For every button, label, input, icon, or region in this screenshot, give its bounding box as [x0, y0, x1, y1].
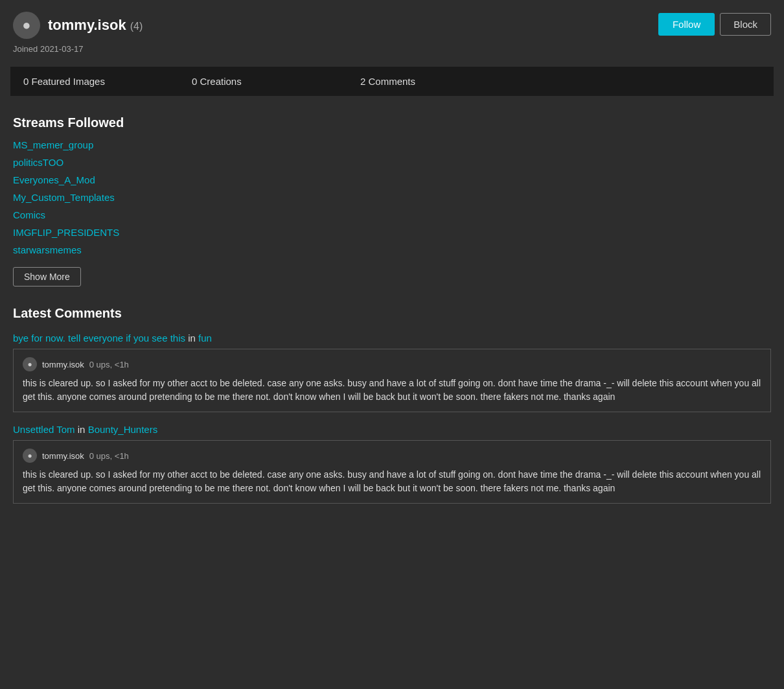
- comments-stat: 2 Comments: [360, 76, 761, 87]
- featured-images-stat: 0 Featured Images: [23, 76, 192, 87]
- comments-list: bye for now. tell everyone if you see th…: [13, 333, 771, 504]
- follow-button[interactable]: Follow: [658, 13, 715, 36]
- comment-body: this is cleared up. so I asked for my ot…: [23, 377, 761, 404]
- user-icon: ●: [27, 360, 32, 369]
- comment-post-link[interactable]: Unsettled Tom: [13, 424, 75, 435]
- comments-title: Latest Comments: [13, 306, 771, 321]
- comment-post-row: Unsettled Tom in Bounty_Hunters: [13, 424, 771, 435]
- comment-box: ●tommy.isok0 ups, <1hthis is cleared up.…: [13, 349, 771, 412]
- comment-meta-row: ●tommy.isok0 ups, <1h: [23, 357, 761, 371]
- comment-avatar: ●: [23, 449, 37, 463]
- featured-images-count: 0: [23, 76, 29, 87]
- comment-meta-row: ●tommy.isok0 ups, <1h: [23, 449, 761, 463]
- joined-date: Joined 2021-03-17: [13, 44, 771, 54]
- stream-link[interactable]: politicsTOO: [13, 157, 771, 168]
- comment-stats: 0 ups, <1h: [89, 360, 129, 369]
- comment-box: ●tommy.isok0 ups, <1hthis is cleared up.…: [13, 440, 771, 504]
- user-icon: ●: [27, 451, 32, 460]
- comment-in-text: in: [75, 424, 88, 435]
- user-row: ● tommy.isok (4): [13, 12, 771, 39]
- creations-count: 0: [192, 76, 197, 87]
- comment-avatar: ●: [23, 357, 37, 371]
- comment-post-link[interactable]: bye for now. tell everyone if you see th…: [13, 333, 185, 344]
- comment-in-text: in: [185, 333, 198, 344]
- action-buttons: Follow Block: [658, 13, 771, 36]
- block-button[interactable]: Block: [720, 13, 771, 36]
- post-count: (4): [130, 21, 143, 32]
- comment-stream-link[interactable]: fun: [198, 333, 212, 344]
- comment-body: this is cleared up. so I asked for my ot…: [23, 468, 761, 495]
- creations-label: Creations: [200, 76, 242, 87]
- comments-count: 2: [360, 76, 365, 87]
- comment-username: tommy.isok: [42, 360, 84, 369]
- show-more-button[interactable]: Show More: [13, 267, 81, 286]
- comments-label: Comments: [369, 76, 416, 87]
- username: tommy.isok (4): [48, 17, 143, 34]
- comment-username: tommy.isok: [42, 451, 84, 461]
- username-text: tommy.isok: [48, 17, 126, 33]
- comment-stats: 0 ups, <1h: [89, 451, 129, 461]
- stream-link[interactable]: starwarsmemes: [13, 244, 771, 255]
- header: ● tommy.isok (4) Joined 2021-03-17 Follo…: [0, 0, 784, 60]
- stats-bar: 0 Featured Images 0 Creations 2 Comments: [10, 67, 774, 96]
- stream-link[interactable]: IMGFLIP_PRESIDENTS: [13, 227, 771, 238]
- streams-title: Streams Followed: [13, 115, 771, 130]
- user-icon: ●: [22, 17, 30, 34]
- stream-link[interactable]: MS_memer_group: [13, 139, 771, 150]
- stream-link[interactable]: Comics: [13, 209, 771, 220]
- comment-stream-link[interactable]: Bounty_Hunters: [88, 424, 158, 435]
- streams-section: Streams Followed MS_memer_grouppoliticsT…: [0, 102, 784, 293]
- comments-section: Latest Comments bye for now. tell everyo…: [0, 293, 784, 517]
- streams-list: MS_memer_grouppoliticsTOOEveryones_A_Mod…: [13, 139, 771, 255]
- avatar: ●: [13, 12, 40, 39]
- stream-link[interactable]: Everyones_A_Mod: [13, 174, 771, 185]
- featured-images-label: Featured Images: [32, 76, 105, 87]
- stream-link[interactable]: My_Custom_Templates: [13, 192, 771, 203]
- comment-post-row: bye for now. tell everyone if you see th…: [13, 333, 771, 344]
- creations-stat: 0 Creations: [192, 76, 360, 87]
